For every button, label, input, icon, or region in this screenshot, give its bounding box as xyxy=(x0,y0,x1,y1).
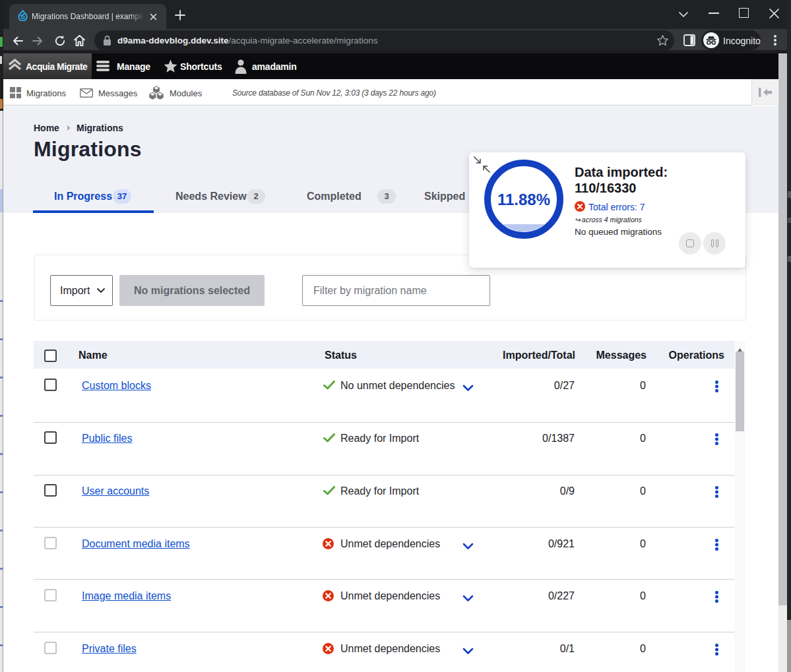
svg-text:11.88%: 11.88% xyxy=(497,191,550,208)
